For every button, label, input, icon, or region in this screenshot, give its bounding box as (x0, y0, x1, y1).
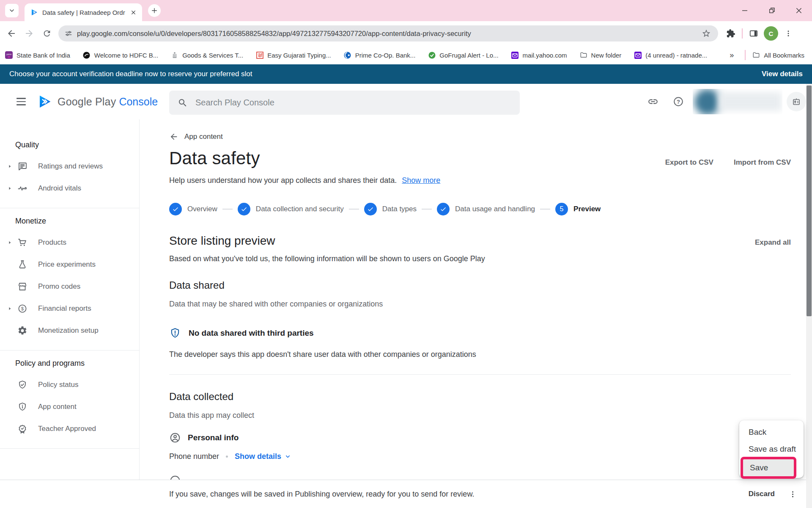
back-to-app-content[interactable]: App content (169, 132, 791, 141)
menu-hamburger-icon[interactable] (13, 93, 30, 110)
bookmark-star-icon[interactable] (699, 26, 714, 41)
expand-arrow-icon[interactable] (4, 186, 15, 191)
back-button[interactable] (3, 25, 19, 41)
sidebar-item-financial-reports[interactable]: $ Financial reports (0, 298, 139, 320)
step-check-icon (169, 203, 182, 215)
bookmark-label: State Bank of India (16, 52, 70, 59)
expand-all-button[interactable]: Expand all (755, 238, 791, 247)
side-panel-icon[interactable] (746, 26, 761, 41)
sidebar-item-label: Promo codes (38, 282, 80, 291)
help-icon[interactable]: ? (669, 92, 688, 111)
search-icon (178, 98, 188, 108)
scrollbar-thumb[interactable] (807, 86, 812, 316)
sidebar-item-ratings-and-reviews[interactable]: Ratings and reviews (0, 155, 139, 177)
sidebar-item-promo-codes[interactable]: Promo codes (0, 276, 139, 298)
storefront-icon (16, 282, 29, 292)
folder-icon (580, 51, 587, 59)
data-shared-caption: Data that may be shared with other compa… (169, 300, 791, 309)
sidebar-item-monetization-setup[interactable]: Monetization setup (0, 320, 139, 342)
tab-title: Data safety | Ratnadeep Ordr (42, 9, 128, 16)
browser-menu-kebab-icon[interactable] (781, 26, 796, 41)
step-overview[interactable]: Overview (169, 203, 217, 215)
export-csv-button[interactable]: Export to CSV (665, 158, 713, 167)
sidebar-item-policy-status[interactable]: Policy status (0, 374, 139, 396)
data-item-phone-number: Phone number (169, 452, 219, 461)
all-bookmarks-button[interactable]: All Bookmarks (752, 51, 804, 59)
sidebar-item-teacher-approved[interactable]: Teacher Approved (0, 418, 139, 440)
bookmark-yahoo-mail[interactable]: mail.yahoo.com (511, 51, 567, 59)
step-preview[interactable]: 5 Preview (555, 203, 601, 215)
forward-button[interactable] (21, 25, 37, 41)
discard-button[interactable]: Discard (749, 490, 775, 498)
bookmarks-overflow-chevron[interactable]: » (730, 51, 734, 60)
page-scrollbar[interactable] (806, 84, 812, 508)
show-details-link[interactable]: Show details (235, 452, 291, 461)
console-search-bar[interactable] (169, 91, 520, 115)
sidebar-item-label: Financial reports (38, 304, 91, 313)
bookmark-label: Prime Co-Op. Bank... (355, 52, 416, 59)
mail-favicon (634, 51, 642, 59)
expand-arrow-icon[interactable] (4, 164, 15, 169)
menu-save-button-highlighted[interactable]: Save (741, 457, 796, 479)
link-icon[interactable] (644, 92, 662, 111)
browser-tab[interactable]: Data safety | Ratnadeep Ordr (25, 3, 142, 21)
bookmark-hdfc[interactable]: Welcome to HDFC B... (83, 51, 158, 59)
tab-search-button[interactable] (5, 4, 19, 17)
profile-avatar[interactable]: C (764, 26, 778, 41)
new-tab-button[interactable] (148, 4, 161, 17)
site-settings-icon[interactable] (64, 29, 73, 38)
url-input[interactable] (77, 30, 699, 38)
sidebar-item-label: Monetization setup (38, 326, 99, 335)
step-data-collection[interactable]: Data collection and security (238, 203, 344, 215)
menu-save-as-draft-button[interactable]: Save as draft (739, 441, 804, 458)
sidebar-item-label: Policy status (38, 381, 78, 389)
sidebar-item-label: Android vitals (38, 184, 81, 193)
import-csv-button[interactable]: Import from CSV (734, 158, 791, 167)
bookmark-prime-bank[interactable]: Prime Co-Op. Bank... (344, 51, 416, 59)
window-close-button[interactable] (792, 3, 806, 18)
extensions-icon[interactable] (723, 26, 738, 41)
account-badge-button[interactable] (787, 92, 806, 111)
step-data-types[interactable]: Data types (364, 203, 417, 215)
dollar-icon: $ (16, 304, 29, 314)
window-restore-button[interactable] (765, 3, 779, 18)
main-content: App content Export to CSV Import from CS… (140, 119, 812, 480)
folder-icon (752, 51, 760, 59)
gear-icon (16, 326, 29, 336)
url-bar[interactable] (58, 25, 718, 41)
bookmark-new-folder[interactable]: New folder (580, 51, 622, 59)
bookmark-gofrugal[interactable]: GoFrugal Alert - Lo... (428, 51, 498, 59)
bookmark-gst[interactable]: Goods & Services T... (171, 51, 243, 59)
console-search-input[interactable] (195, 98, 449, 108)
bookmark-unread-mail[interactable]: (4 unread) - ratnade... (634, 51, 707, 59)
bookmarks-separator (745, 50, 746, 60)
data-shared-note: The developer says this app doesn't shar… (169, 350, 791, 359)
sidebar-item-products[interactable]: Products (0, 232, 139, 254)
window-minimize-button[interactable] (738, 3, 752, 18)
bookmark-label: mail.yahoo.com (523, 52, 567, 59)
expand-arrow-icon[interactable] (4, 240, 15, 245)
bookmark-gujarati-typing[interactable]: Easy Gujarati Typing... (256, 51, 331, 59)
footer-bar: If you save, changes will be saved in Pu… (0, 480, 812, 508)
menu-back-button[interactable]: Back (739, 424, 804, 441)
shield-info-icon (16, 402, 29, 412)
store-listing-preview-title: Store listing preview (169, 234, 275, 248)
hdfc-favicon (83, 51, 91, 59)
footer-kebab-icon[interactable] (784, 486, 801, 502)
bookmark-sbi[interactable]: yonosbi State Bank of India (5, 51, 70, 59)
view-details-button[interactable]: View details (762, 70, 803, 78)
sidebar: Quality Ratings and reviews Android vita… (0, 119, 140, 480)
header-right-cluster: ? (637, 89, 806, 114)
tab-close-icon[interactable] (128, 7, 139, 18)
bookmark-label: Goods & Services T... (182, 52, 243, 59)
sidebar-item-app-content[interactable]: App content (0, 396, 139, 418)
sidebar-item-label: Ratings and reviews (38, 162, 103, 171)
sidebar-item-price-experiments[interactable]: Price experiments (0, 254, 139, 276)
reload-button[interactable] (39, 25, 55, 41)
play-console-logo[interactable]: Google Play Console (37, 94, 158, 109)
step-data-usage[interactable]: Data usage and handling (437, 203, 535, 215)
show-more-link[interactable]: Show more (402, 176, 440, 185)
sidebar-item-android-vitals[interactable]: Android vitals (0, 177, 139, 199)
prime-bank-favicon (344, 51, 351, 59)
expand-arrow-icon[interactable] (4, 306, 15, 311)
